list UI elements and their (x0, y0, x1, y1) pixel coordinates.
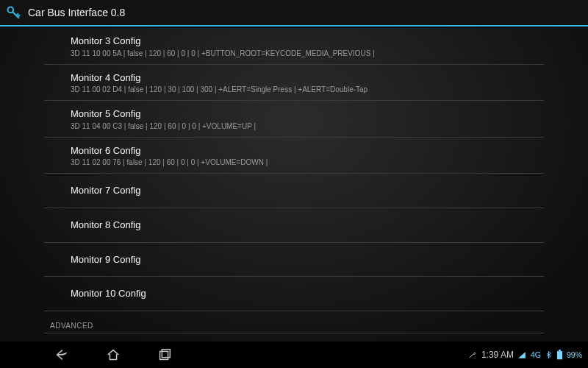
app-title: Car Bus Interface 0.8 (28, 7, 125, 18)
setting-debug-terminal[interactable]: Debug Terminal Allows direct interaction… (44, 333, 544, 342)
back-button[interactable] (51, 344, 72, 365)
setting-monitor-4[interactable]: Monitor 4 Config 3D 11 00 02 D4 | false … (44, 65, 544, 102)
setting-monitor-7[interactable]: Monitor 7 Config (44, 174, 544, 208)
setting-title: Monitor 4 Config (71, 71, 529, 85)
setting-monitor-8[interactable]: Monitor 8 Config (44, 208, 544, 243)
setting-monitor-3[interactable]: Monitor 3 Config 3D 11 10 00 5A | false … (44, 28, 544, 65)
setting-summary: 3D 11 04 00 C3 | false | 120 | 60 | 0 | … (71, 121, 529, 131)
status-clock: 1:39 AM (481, 350, 514, 360)
svg-rect-2 (162, 350, 170, 358)
setting-monitor-5[interactable]: Monitor 5 Config 3D 11 04 00 C3 | false … (44, 101, 544, 138)
bluetooth-icon (545, 350, 553, 360)
svg-rect-3 (557, 351, 562, 359)
setting-title: Monitor 10 Config (71, 283, 529, 305)
section-header-advanced: ADVANCED (44, 314, 544, 333)
settings-list: Monitor 3 Config 3D 11 10 00 5A | false … (44, 28, 544, 342)
app-icon-key (4, 4, 22, 21)
recent-apps-button[interactable] (154, 344, 175, 365)
svg-rect-1 (160, 351, 168, 359)
setting-summary: 3D 11 02 00 76 | false | 120 | 60 | 0 | … (71, 158, 529, 167)
setting-title: Monitor 5 Config (71, 107, 529, 121)
setting-summary: 3D 11 10 00 5A | false | 120 | 60 | 0 | … (71, 49, 529, 58)
setting-monitor-10[interactable]: Monitor 10 Config (44, 277, 544, 311)
setting-title: Monitor 8 Config (71, 215, 529, 236)
signal-icon (517, 350, 527, 360)
action-bar: Car Bus Interface 0.8 (0, 0, 588, 26)
svg-rect-4 (559, 350, 561, 351)
setting-title: Monitor 9 Config (71, 250, 529, 271)
nav-buttons (0, 344, 175, 365)
setting-monitor-9[interactable]: Monitor 9 Config (44, 243, 544, 277)
setting-title: Monitor 6 Config (71, 144, 529, 158)
battery-percent: 99% (567, 350, 582, 359)
setting-title: Monitor 7 Config (71, 180, 529, 202)
home-button[interactable] (103, 344, 123, 365)
setting-summary: 3D 11 00 02 D4 | false | 120 | 30 | 100 … (71, 85, 529, 94)
navigation-bar: 1:39 AM 4G 99% (0, 342, 588, 368)
settings-shortcut-icon[interactable] (467, 350, 478, 360)
setting-monitor-6[interactable]: Monitor 6 Config 3D 11 02 00 76 | false … (44, 138, 544, 174)
signal-label: 4G (531, 350, 541, 359)
battery-icon (556, 350, 563, 360)
setting-title: Monitor 3 Config (71, 35, 529, 48)
settings-content: Monitor 3 Config 3D 11 10 00 5A | false … (0, 28, 588, 342)
status-area: 1:39 AM 4G 99% (467, 350, 588, 360)
